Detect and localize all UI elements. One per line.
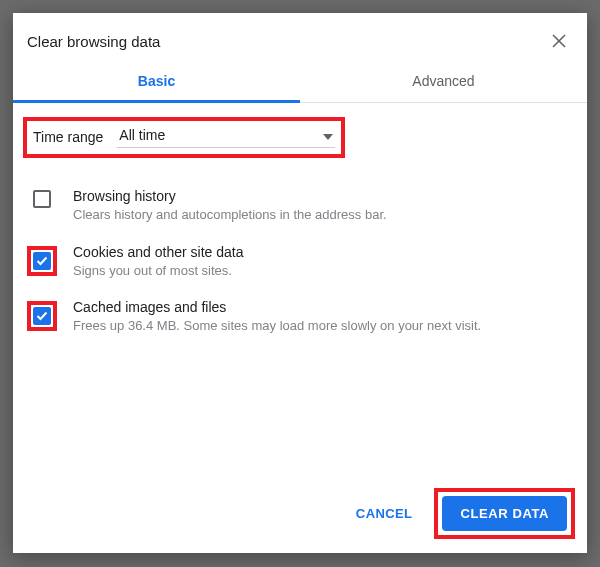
option-description: Signs you out of most sites. bbox=[73, 262, 571, 280]
checkbox-highlight bbox=[27, 246, 57, 276]
time-range-select[interactable]: All time bbox=[117, 125, 335, 148]
checkbox-slot bbox=[27, 299, 57, 331]
tab-advanced-label: Advanced bbox=[412, 73, 474, 89]
checkmark-icon bbox=[36, 256, 48, 266]
option-text: Cookies and other site dataSigns you out… bbox=[73, 244, 571, 280]
dialog-footer: CANCEL CLEAR DATA bbox=[13, 476, 587, 553]
dialog-tabs: Basic Advanced bbox=[13, 61, 587, 103]
clear-data-button[interactable]: CLEAR DATA bbox=[442, 496, 567, 531]
option-row-browsing-history: Browsing historyClears history and autoc… bbox=[13, 178, 587, 234]
clear-browsing-data-dialog: Clear browsing data Basic Advanced Time … bbox=[13, 13, 587, 553]
option-description: Frees up 36.4 MB. Some sites may load mo… bbox=[73, 317, 571, 335]
time-range-highlight: Time range All time bbox=[23, 117, 345, 158]
clear-data-button-label: CLEAR DATA bbox=[460, 506, 549, 521]
checkbox-slot bbox=[27, 244, 57, 276]
tab-advanced[interactable]: Advanced bbox=[300, 61, 587, 102]
cancel-button-label: CANCEL bbox=[356, 506, 413, 521]
close-button[interactable] bbox=[545, 27, 573, 55]
time-range-label: Time range bbox=[33, 129, 103, 145]
option-title: Cached images and files bbox=[73, 299, 571, 315]
dialog-title: Clear browsing data bbox=[27, 33, 545, 50]
clear-data-highlight: CLEAR DATA bbox=[434, 488, 575, 539]
option-row-cache: Cached images and filesFrees up 36.4 MB.… bbox=[13, 289, 587, 345]
option-text: Cached images and filesFrees up 36.4 MB.… bbox=[73, 299, 571, 335]
tab-basic[interactable]: Basic bbox=[13, 61, 300, 102]
dialog-body: Time range All time Browsing historyClea… bbox=[13, 103, 587, 476]
dialog-header: Clear browsing data bbox=[13, 13, 587, 61]
checkbox-browsing-history[interactable] bbox=[33, 190, 51, 208]
option-text: Browsing historyClears history and autoc… bbox=[73, 188, 571, 224]
chevron-down-icon bbox=[323, 127, 333, 143]
time-range-value: All time bbox=[119, 127, 165, 143]
checkbox-slot bbox=[27, 188, 57, 208]
tab-basic-label: Basic bbox=[138, 73, 175, 89]
option-description: Clears history and autocompletions in th… bbox=[73, 206, 571, 224]
close-icon bbox=[551, 33, 567, 49]
option-title: Cookies and other site data bbox=[73, 244, 571, 260]
checkmark-icon bbox=[36, 311, 48, 321]
cancel-button[interactable]: CANCEL bbox=[342, 496, 427, 531]
checkbox-cache[interactable] bbox=[33, 307, 51, 325]
checkbox-highlight bbox=[27, 301, 57, 331]
option-row-cookies: Cookies and other site dataSigns you out… bbox=[13, 234, 587, 290]
checkbox-cookies[interactable] bbox=[33, 252, 51, 270]
options-list: Browsing historyClears history and autoc… bbox=[13, 178, 587, 345]
option-title: Browsing history bbox=[73, 188, 571, 204]
svg-marker-2 bbox=[323, 134, 333, 140]
